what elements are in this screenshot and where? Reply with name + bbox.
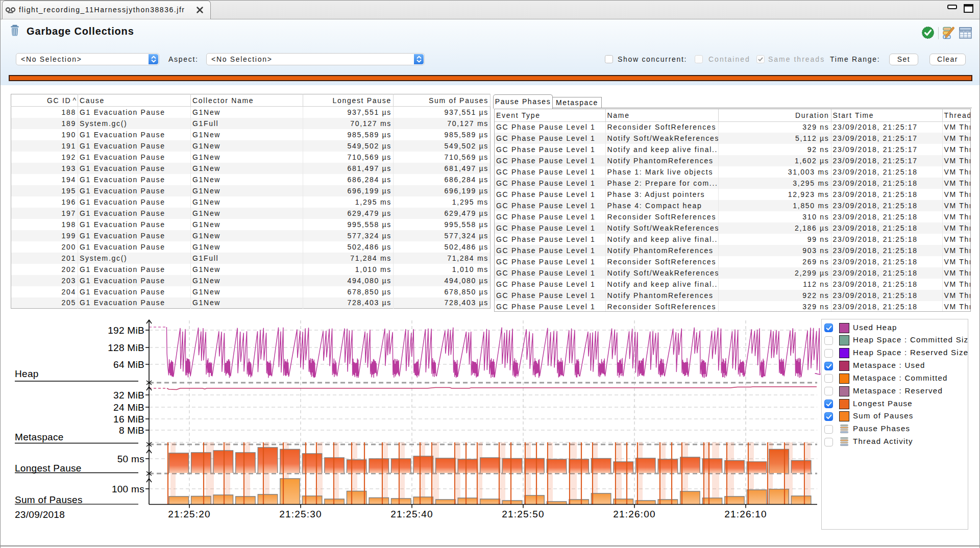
svg-text:128 MiB: 128 MiB	[108, 342, 144, 353]
svg-text:Longest Pause: Longest Pause	[15, 463, 82, 474]
svg-text:Heap: Heap	[15, 368, 39, 379]
svg-text:21:25:30: 21:25:30	[279, 509, 322, 519]
svg-text:8 MiB: 8 MiB	[119, 425, 144, 436]
svg-text:192 MiB: 192 MiB	[108, 325, 144, 336]
svg-text:32 MiB: 32 MiB	[113, 390, 144, 401]
svg-text:24 MiB: 24 MiB	[113, 402, 144, 413]
svg-text:16 MiB: 16 MiB	[113, 414, 144, 425]
svg-text:21:25:50: 21:25:50	[502, 509, 545, 519]
svg-text:21:25:40: 21:25:40	[390, 509, 433, 519]
svg-text:23/09/2018: 23/09/2018	[15, 509, 65, 520]
svg-text:100 ms: 100 ms	[112, 484, 144, 494]
svg-text:Sum of Pauses: Sum of Pauses	[15, 494, 83, 505]
svg-text:Metaspace: Metaspace	[15, 432, 64, 442]
svg-text:21:26:10: 21:26:10	[724, 509, 767, 519]
svg-text:64 MiB: 64 MiB	[113, 359, 144, 370]
svg-text:21:26:00: 21:26:00	[613, 509, 656, 519]
svg-text:50 ms: 50 ms	[117, 454, 144, 464]
svg-text:21:25:20: 21:25:20	[168, 509, 211, 519]
